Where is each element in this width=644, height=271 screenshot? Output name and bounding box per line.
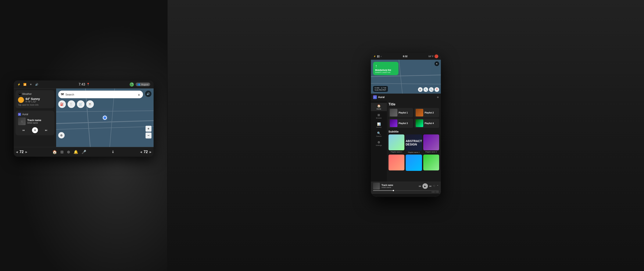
- aa-bottom-bar: ◀ 72 ▶ 🏠 ⊞ ⊛ 🔔 🎤 🌡 ◀ 72 ▶: [14, 147, 154, 157]
- bluetooth-phone-icon: ⚡: [374, 55, 376, 57]
- aa-map[interactable]: 🗺 Search ▲ ⛽ 🍴 🛒 ☕ 🔊 ⚙: [56, 88, 154, 147]
- prev-button[interactable]: ⏮: [20, 127, 26, 133]
- mic-button[interactable]: 🎤: [130, 82, 134, 87]
- playlist-item-2[interactable]: Playlist 2: [414, 108, 439, 117]
- android-auto-screen: ⚡ 📶 ☀ 🔊 7:43 📍 🎤 👥 August: [14, 80, 154, 157]
- next-button[interactable]: ⏭: [43, 127, 49, 133]
- playlist-thumb-2: [416, 109, 423, 116]
- shopping-button[interactable]: 🛒: [77, 100, 84, 108]
- aural-app-logo: A: [373, 95, 377, 99]
- svg-line-6: [399, 60, 402, 94]
- signal-phone-icon: ▐▐: [377, 55, 380, 57]
- weather-sun-icon: 🌤: [18, 92, 21, 96]
- sidebar-item-settings[interactable]: ⚙ Settings: [371, 139, 387, 148]
- temp-down-left[interactable]: ◀: [16, 151, 18, 154]
- left-temp-control: ◀ 72 ▶: [16, 150, 27, 154]
- map-search-btn[interactable]: 🔍: [429, 87, 434, 92]
- playlist-label-4: Playlist 4: [424, 122, 434, 124]
- playlist-item-1[interactable]: Playlist 1: [388, 108, 413, 117]
- browse-sidebar-label: Browse: [376, 117, 382, 119]
- time-display: 7:43: [78, 83, 85, 86]
- zoom-out-button[interactable]: −: [146, 133, 152, 138]
- weather-title: Weather: [22, 92, 32, 95]
- bluetooth-icon: ⚡: [17, 83, 21, 86]
- sidebar-item-home[interactable]: 🏠 Home: [371, 103, 387, 111]
- defrost-icon: 🌡: [111, 150, 115, 154]
- music-grid-item-5[interactable]: [406, 155, 422, 172]
- playlist-thumb-3: [390, 119, 398, 127]
- music-card[interactable]: A Aural Track name Artist name ⏮ ⏸ ⏭: [16, 111, 54, 135]
- sidebar-item-library[interactable]: 📊 Library: [371, 121, 387, 129]
- phone-music-app: 🏠 Home ⊞ Browse 📊 Library 🔍 Search ⚙: [371, 101, 441, 182]
- map-pin-btn[interactable]: 📍: [434, 87, 439, 92]
- content-title: Title: [388, 102, 439, 106]
- right-temp-control: ◀ 72 ▶: [140, 150, 152, 154]
- music-grid-item-2[interactable]: ABSTRACTDESIGN Playlist name 2: [406, 134, 422, 153]
- player-track-name: Track name: [382, 184, 417, 186]
- music-thumb-5: [406, 155, 422, 171]
- playlist-item-4[interactable]: Playlist 4: [414, 119, 439, 128]
- playlist-label-2: Playlist 2: [424, 112, 434, 114]
- location-pin-icon: 📍: [86, 83, 90, 86]
- gas-station-button[interactable]: ⛽: [58, 100, 66, 108]
- music-grid-label-1: Playlist name 1: [388, 151, 404, 153]
- nav-icons: 🏠 ⊞ ⊛ 🔔 🎤: [52, 150, 86, 154]
- weather-card[interactable]: 🌤 Weather 64° Sunny H 78° L 52: [16, 90, 54, 108]
- temp-up-right[interactable]: ▶: [150, 151, 152, 154]
- volume-button[interactable]: 🔊: [145, 91, 152, 97]
- phone-status-bar: ⚡ ▐▐ ☼ 8:32 64° F: [371, 53, 441, 60]
- playlist-thumb-1: [390, 109, 398, 116]
- map-close-button[interactable]: ✕: [434, 61, 439, 66]
- music-grid-item-4[interactable]: [388, 155, 404, 172]
- player-like-button[interactable]: ♡: [433, 185, 435, 188]
- aa-main-area: 🌤 Weather 64° Sunny H 78° L 52: [14, 88, 154, 147]
- aural-app-name: Aural: [378, 96, 385, 99]
- music-thumb-4: [388, 155, 404, 170]
- apps-nav-button[interactable]: ⊞: [60, 150, 64, 154]
- player-progress-bar[interactable]: [373, 190, 439, 191]
- sidebar-item-search[interactable]: 🔍 Search: [371, 130, 387, 138]
- sidebar-item-browse[interactable]: ⊞ Browse: [371, 112, 387, 120]
- phone-status-icons: ⚡ ▐▐ ☼: [374, 55, 382, 57]
- music-grid-item-6[interactable]: [423, 155, 439, 172]
- signal-icon: 📶: [23, 83, 27, 86]
- right-panel: ⚡ ▐▐ ☼ 8:32 64° F ↑: [168, 0, 644, 271]
- playlist-item-3[interactable]: Playlist 3: [388, 119, 413, 128]
- browse-sidebar-icon: ⊞: [378, 113, 380, 117]
- music-grid-item-1[interactable]: Playlist name 1: [388, 134, 404, 153]
- phone-main-content: Title Playlist 1 Playlist 2 Playlist 3: [387, 101, 441, 182]
- aural-menu-button[interactable]: ≡: [437, 95, 439, 99]
- map-filter-btn[interactable]: 🔧: [424, 87, 428, 92]
- notifications-nav-button[interactable]: 🔔: [74, 150, 78, 154]
- play-pause-button[interactable]: ⏸: [32, 127, 38, 133]
- phone-map-tools: ⚙ 🔧 🔍 📍: [418, 87, 439, 92]
- restaurant-button[interactable]: 🍴: [68, 100, 75, 108]
- map-settings-btn[interactable]: ⚙: [418, 87, 422, 92]
- phone-temp-display: 64° F: [428, 55, 434, 58]
- zoom-in-button[interactable]: +: [146, 126, 152, 132]
- map-search-bar[interactable]: 🗺 Search ▲: [58, 91, 143, 98]
- player-expand-button[interactable]: ⌃: [436, 185, 439, 188]
- expand-icon[interactable]: ▲: [138, 93, 140, 96]
- nav-eta: 5 min · 1.7 mi 5:24 PM PDT: [373, 86, 388, 92]
- defrost-button[interactable]: 🌡: [111, 150, 115, 154]
- phone-nav-card: ↑ Middlefield Rd toward Lowell Ave: [373, 62, 398, 75]
- zoom-controls: + −: [146, 126, 152, 138]
- phone-bottom-bar: − 70 + ⊞ 🎤 🔔 ⚙ − 70 +: [371, 194, 441, 197]
- music-grid-item-3[interactable]: Playlist name 3: [423, 134, 439, 153]
- player-track-info: Track name Artist name: [382, 184, 417, 188]
- player-prev-button[interactable]: ⏮: [418, 185, 421, 188]
- playlist-thumb-4: [416, 119, 423, 127]
- user-button[interactable]: 👥 August: [136, 83, 150, 86]
- player-next-button[interactable]: ⏭: [429, 185, 432, 188]
- temp-down-right[interactable]: ◀: [140, 151, 142, 154]
- home-nav-button[interactable]: 🏠: [52, 150, 57, 154]
- player-play-button[interactable]: ▶: [422, 183, 428, 189]
- temp-up-left[interactable]: ▶: [26, 151, 27, 154]
- coffee-button[interactable]: ☕: [86, 100, 94, 108]
- right-temp-value: 72: [143, 150, 149, 154]
- fan-nav-button[interactable]: ⊛: [67, 150, 70, 154]
- microphone-nav-button[interactable]: 🎤: [82, 150, 86, 154]
- search-sidebar-icon: 🔍: [377, 131, 381, 135]
- map-settings-button[interactable]: ⚙: [58, 132, 64, 138]
